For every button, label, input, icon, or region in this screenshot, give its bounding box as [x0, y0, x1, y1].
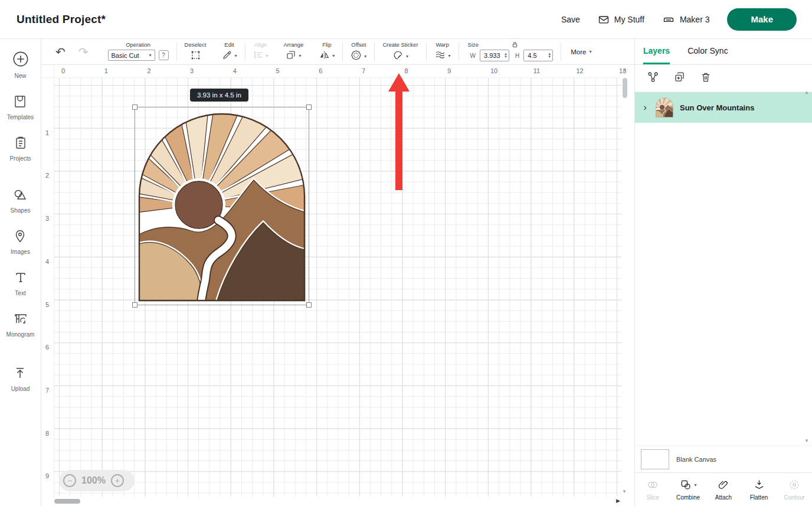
- offset-icon: [351, 50, 362, 63]
- lock-icon[interactable]: [511, 40, 519, 51]
- expand-chevron-icon[interactable]: ›: [641, 102, 649, 113]
- panel-scroll-up-icon[interactable]: ▲: [804, 90, 809, 95]
- sidebar-item-projects[interactable]: Projects: [9, 136, 31, 162]
- zoom-out-icon: −: [67, 476, 72, 485]
- operation-select[interactable]: Basic Cut ▾: [108, 50, 155, 61]
- more-label: More: [571, 48, 586, 56]
- layers-panel: Layers Color Sync ▲ › Sun Over Mountains…: [634, 39, 812, 506]
- create-sticker-button[interactable]: Create Sticker ▾: [375, 39, 425, 64]
- horizontal-scrollbar[interactable]: ▶: [54, 498, 621, 505]
- warp-button[interactable]: Warp ▾: [427, 39, 459, 64]
- project-title: Untitled Project*: [17, 13, 106, 26]
- group-icon[interactable]: [647, 71, 659, 86]
- width-stepper[interactable]: ▲▼: [504, 53, 508, 58]
- more-button[interactable]: More ▾: [561, 39, 601, 64]
- ruler-number: 9: [447, 67, 451, 74]
- layer-name: Sun Over Mountains: [680, 103, 754, 112]
- sidebar-item-label: Monogram: [6, 331, 35, 338]
- sidebar-item-label: Templates: [7, 114, 34, 120]
- align-button[interactable]: Align ▾: [245, 39, 276, 64]
- combine-icon: [679, 479, 692, 492]
- scroll-down-icon[interactable]: ▼: [622, 489, 627, 494]
- sidebar-item-monogram[interactable]: Monogram: [6, 312, 35, 338]
- my-stuff-button[interactable]: My Stuff: [598, 14, 644, 25]
- edit-button[interactable]: Edit ▾: [214, 39, 245, 64]
- images-icon: [13, 229, 27, 246]
- resize-handle-top-left[interactable]: [132, 105, 137, 110]
- ruler-number: 3: [190, 67, 194, 74]
- design-canvas[interactable]: 012345678910111213 123456789 3.93 in x 4…: [41, 65, 634, 506]
- zoom-in-button[interactable]: +: [111, 474, 124, 487]
- align-icon: [253, 50, 264, 63]
- sidebar-item-images[interactable]: Images: [11, 229, 30, 255]
- horizontal-scroll-thumb[interactable]: [54, 499, 80, 504]
- operation-label: Operation: [126, 41, 150, 48]
- sidebar-item-label: Shapes: [11, 207, 31, 214]
- resize-handle-bottom-right[interactable]: [306, 302, 312, 308]
- left-sidebar: New Templates Projects Shapes Images Tex…: [0, 39, 41, 506]
- undo-button[interactable]: ↶: [55, 46, 66, 58]
- caret-down-icon: ▾: [589, 50, 591, 54]
- selection-size-tooltip: 3.93 in x 4.5 in: [190, 89, 248, 102]
- panel-scroll-down-icon[interactable]: ▼: [804, 438, 809, 443]
- warp-label: Warp: [436, 41, 448, 48]
- ruler-number: 7: [45, 387, 49, 394]
- slice-label: Slice: [646, 494, 659, 501]
- contour-button[interactable]: Contour: [777, 473, 812, 506]
- step-down-icon[interactable]: ▼: [548, 56, 551, 58]
- resize-handle-bottom-left[interactable]: [132, 302, 137, 308]
- duplicate-icon[interactable]: [673, 71, 686, 86]
- flatten-button[interactable]: Flatten: [741, 473, 777, 506]
- tab-color-sync[interactable]: Color Sync: [687, 39, 728, 64]
- caret-down-icon: ▾: [149, 53, 152, 58]
- resize-handle-top-right[interactable]: [306, 105, 312, 110]
- sun-over-mountains-artwork[interactable]: [137, 109, 307, 303]
- ruler-number: 12: [576, 67, 583, 74]
- machine-selector[interactable]: Maker 3: [662, 14, 710, 25]
- arrange-button[interactable]: Arrange ▾: [276, 39, 312, 64]
- header: Untitled Project* Save My Stuff Maker 3 …: [0, 0, 812, 39]
- ruler-corner: [41, 65, 54, 78]
- vertical-scroll-thumb[interactable]: [623, 78, 627, 98]
- my-stuff-icon: [598, 14, 610, 25]
- caret-down-icon: ▾: [235, 54, 237, 58]
- height-stepper[interactable]: ▲▼: [548, 53, 551, 58]
- operation-group: Operation Basic Cut ▾ ?: [100, 39, 176, 64]
- sidebar-item-upload[interactable]: Upload: [11, 366, 30, 392]
- blank-canvas-row: Blank Canvas: [635, 445, 812, 472]
- sidebar-item-label: Images: [11, 249, 30, 255]
- vertical-scrollbar[interactable]: ▲ ▼: [621, 65, 628, 498]
- height-input[interactable]: 4.5 ▲▼: [523, 50, 553, 61]
- flip-button[interactable]: Flip ▾: [311, 39, 342, 64]
- contour-label: Contour: [784, 494, 805, 501]
- sidebar-item-shapes[interactable]: Shapes: [11, 188, 31, 214]
- slice-button[interactable]: Slice: [635, 473, 670, 506]
- size-label: Size: [468, 41, 479, 48]
- deselect-button[interactable]: Deselect: [177, 39, 214, 64]
- redo-button[interactable]: ↷: [78, 46, 89, 58]
- scroll-up-icon[interactable]: ▲: [622, 67, 627, 73]
- ruler-number: 11: [533, 67, 540, 74]
- undo-redo-group: ↶ ↷: [41, 39, 100, 64]
- layer-row-sun-over-mountains[interactable]: › Sun Over Mountains: [635, 92, 812, 123]
- align-label: Align: [254, 41, 267, 48]
- sidebar-item-new[interactable]: New: [12, 51, 29, 79]
- save-label: Save: [561, 15, 580, 24]
- tab-layers[interactable]: Layers: [643, 39, 670, 64]
- sidebar-item-text[interactable]: Text: [14, 270, 28, 296]
- help-button[interactable]: ?: [159, 50, 169, 60]
- zoom-out-button[interactable]: −: [63, 474, 76, 487]
- delete-icon[interactable]: [700, 71, 712, 86]
- ruler-number: 6: [319, 67, 322, 74]
- width-label: W: [470, 53, 476, 59]
- make-button[interactable]: Make: [727, 8, 797, 31]
- width-input[interactable]: 3.933 ▲▼: [480, 50, 509, 61]
- attach-button[interactable]: Attach: [706, 473, 741, 506]
- combine-button[interactable]: ▾ Combine: [670, 473, 706, 506]
- offset-button[interactable]: Offset ▾: [343, 39, 374, 64]
- step-down-icon[interactable]: ▼: [504, 56, 508, 58]
- save-button[interactable]: Save: [561, 15, 580, 24]
- scroll-right-icon[interactable]: ▶: [616, 498, 620, 504]
- sidebar-item-templates[interactable]: Templates: [7, 94, 34, 120]
- canvas-color-swatch[interactable]: [641, 449, 669, 469]
